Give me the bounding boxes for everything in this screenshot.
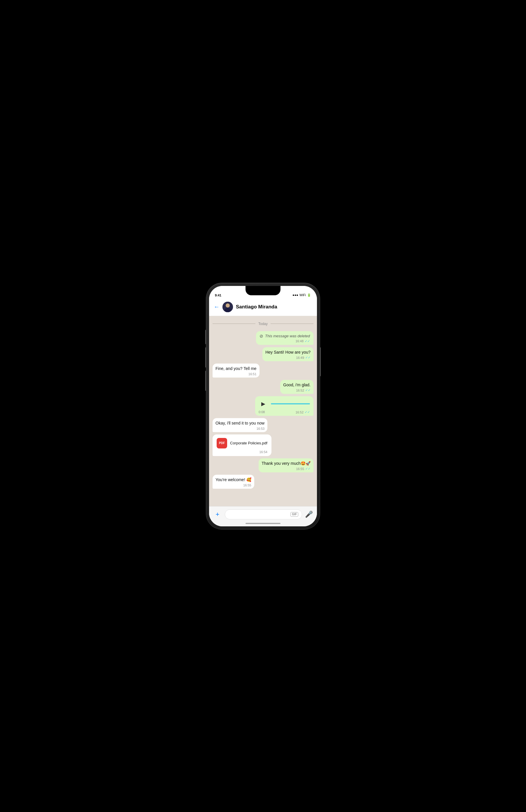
message-row: Good, i'm glad. 16:52 ✓✓ xyxy=(213,380,313,394)
phone-frame: 9:41 ●●● WiFi 🔋 ← Santiago xyxy=(206,283,320,529)
message-row: You're welcome! 🥰 16:55 xyxy=(213,475,313,489)
checkmarks-icon: ✓✓ xyxy=(305,356,311,360)
pdf-icon: PDF xyxy=(217,438,227,448)
message-time: 16:48 xyxy=(295,339,303,343)
chat-area[interactable]: Today ⊘ This message was deleted 16:48 ✓… xyxy=(209,316,317,506)
avatar-image xyxy=(223,302,233,312)
message-time: 16:54 xyxy=(259,450,267,454)
message-row: Thank you very much🤩🚀 16:55 ✓✓ xyxy=(213,459,313,473)
chat-header: ← Santiago Miranda xyxy=(209,299,317,316)
message-row: Okay, i'll send it to you now 16:53 xyxy=(213,418,313,432)
separator-line-left xyxy=(213,323,255,324)
power-btn xyxy=(320,347,321,376)
incoming-bubble[interactable]: You're welcome! 🥰 16:55 xyxy=(213,475,254,489)
pdf-filename: Corporate Policies.pdf xyxy=(230,441,267,445)
message-time: 16:55 xyxy=(243,483,251,487)
svg-point-3 xyxy=(226,304,229,307)
volume-up-btn xyxy=(205,347,206,368)
signal-icon: ●●● xyxy=(292,293,298,297)
voice-duration: 0:08 xyxy=(259,410,265,414)
bubble-text: Fine, and you? Tell me xyxy=(215,366,257,371)
bubble-meta: 16:48 ✓✓ xyxy=(259,339,310,343)
mic-button[interactable]: 🎤 xyxy=(305,511,313,518)
phone-screen: 9:41 ●●● WiFi 🔋 ← Santiago xyxy=(209,286,317,526)
message-time: 16:51 xyxy=(249,372,257,376)
deleted-content: ⊘ This message was deleted xyxy=(259,333,310,339)
deleted-icon: ⊘ xyxy=(259,333,263,339)
bubble-meta: 16:55 xyxy=(215,483,251,487)
bubble-text: Thank you very much🤩🚀 xyxy=(261,461,311,466)
mute-btn xyxy=(205,371,206,391)
notch xyxy=(245,286,281,295)
message-row: Fine, and you? Tell me 16:51 xyxy=(213,364,313,378)
deleted-text: This message was deleted xyxy=(265,334,310,338)
pdf-bubble[interactable]: PDF Corporate Policies.pdf 16:54 xyxy=(213,434,271,456)
gif-badge[interactable]: GIF xyxy=(290,512,298,517)
bubble-meta: 16:51 xyxy=(215,372,257,376)
status-icons: ●●● WiFi 🔋 xyxy=(292,291,311,297)
checkmarks-icon: ✓✓ xyxy=(305,339,310,343)
message-time: 16:53 xyxy=(257,427,265,430)
outgoing-bubble[interactable]: Good, i'm glad. 16:52 ✓✓ xyxy=(280,380,313,394)
incoming-bubble[interactable]: Okay, i'll send it to you now 16:53 xyxy=(213,418,267,432)
message-time: 16:49 xyxy=(296,356,304,360)
message-time: 16:52 xyxy=(295,410,303,414)
outgoing-bubble[interactable]: Thank you very much🤩🚀 16:55 ✓✓ xyxy=(259,459,313,473)
message-time: 16:55 xyxy=(296,467,304,470)
pdf-meta: 16:54 xyxy=(217,450,267,454)
bubble-meta: 16:52 ✓✓ xyxy=(295,410,310,414)
checkmarks-icon: ✓✓ xyxy=(305,410,310,414)
message-input[interactable] xyxy=(229,512,288,517)
bubble-meta: 16:52 ✓✓ xyxy=(283,388,311,392)
bubble-meta: 16:53 xyxy=(215,427,265,430)
outgoing-bubble[interactable]: Hey Santi! How are you? 16:49 ✓✓ xyxy=(262,347,313,362)
back-button[interactable]: ← xyxy=(214,303,220,310)
voice-bubble[interactable]: ▶ 0:08 16:52 ✓✓ xyxy=(255,396,313,416)
pdf-content: PDF Corporate Policies.pdf xyxy=(217,438,267,448)
message-row: Hey Santi! How are you? 16:49 ✓✓ xyxy=(213,347,313,362)
avatar-inner xyxy=(223,302,233,312)
bubble-text: Okay, i'll send it to you now xyxy=(215,421,265,425)
deleted-bubble[interactable]: ⊘ This message was deleted 16:48 ✓✓ xyxy=(256,331,313,345)
play-button[interactable]: ▶ xyxy=(259,399,268,408)
contact-name: Santiago Miranda xyxy=(236,304,277,310)
voice-content: ▶ xyxy=(259,399,310,408)
bubble-text: Good, i'm glad. xyxy=(283,382,311,387)
message-row: ⊘ This message was deleted 16:48 ✓✓ xyxy=(213,331,313,345)
wifi-icon: WiFi xyxy=(299,293,306,297)
status-time: 9:41 xyxy=(215,292,221,297)
date-separator: Today xyxy=(213,322,313,326)
battery-icon: 🔋 xyxy=(307,293,311,297)
separator-line-right xyxy=(271,323,313,324)
waveform xyxy=(271,403,310,404)
bubble-meta: 16:49 ✓✓ xyxy=(265,356,311,360)
date-label: Today xyxy=(258,322,268,326)
bubble-text: You're welcome! 🥰 xyxy=(215,477,251,482)
home-indicator xyxy=(245,523,281,524)
incoming-bubble[interactable]: Fine, and you? Tell me 16:51 xyxy=(213,364,259,378)
message-row: PDF Corporate Policies.pdf 16:54 xyxy=(213,434,313,456)
message-row: ▶ 0:08 16:52 ✓✓ xyxy=(213,396,313,416)
bubble-text: Hey Santi! How are you? xyxy=(265,350,311,354)
input-field-wrapper: GIF xyxy=(225,509,302,519)
checkmarks-icon: ✓✓ xyxy=(305,388,311,392)
avatar[interactable] xyxy=(223,302,233,312)
message-time: 16:52 xyxy=(296,389,304,392)
checkmarks-icon: ✓✓ xyxy=(305,467,311,470)
bubble-meta: 16:55 ✓✓ xyxy=(261,467,311,470)
add-button[interactable]: + xyxy=(213,510,222,519)
volume-down-btn xyxy=(205,330,206,344)
voice-meta: 0:08 16:52 ✓✓ xyxy=(259,410,310,414)
